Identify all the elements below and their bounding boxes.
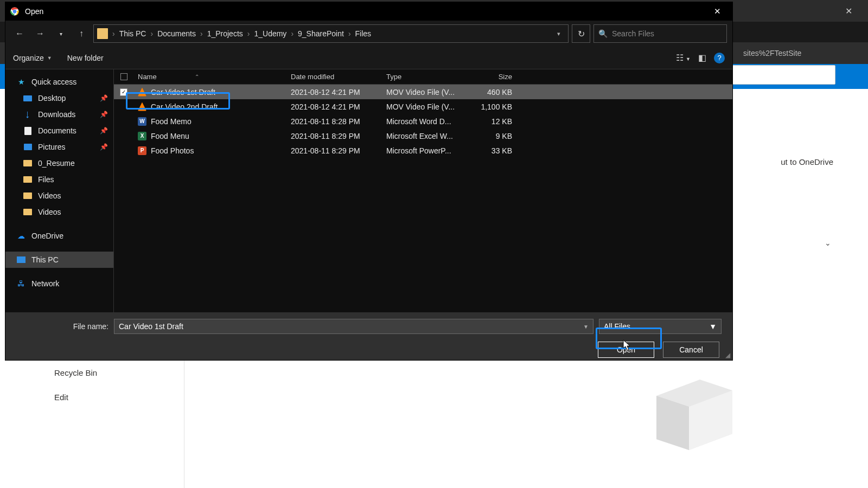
sidebar-item-folder[interactable]: Videos <box>5 188 113 204</box>
breadcrumb-dropdown-icon[interactable]: ▾ <box>553 30 565 37</box>
column-header-name[interactable]: Name⌃ <box>133 73 291 81</box>
file-row[interactable]: WFood Memo 2021-08-11 8:28 PM Microsoft … <box>114 114 732 129</box>
dialog-title: Open <box>25 7 705 16</box>
file-list-header: Name⌃ Date modified Type Size <box>114 69 732 85</box>
file-type: Microsoft Excel W... <box>386 132 467 140</box>
organize-menu[interactable]: Organize▼ <box>13 54 52 62</box>
sidebar-onedrive[interactable]: ☁OneDrive <box>5 228 113 244</box>
preview-pane-button[interactable]: ◧ <box>698 53 706 63</box>
empty-folder-illustration <box>640 369 749 455</box>
chevron-right-icon: › <box>198 29 205 38</box>
folder-icon <box>23 191 33 201</box>
svg-point-4 <box>13 10 17 14</box>
star-icon: ★ <box>16 77 26 87</box>
ppt-icon: P <box>138 146 146 155</box>
network-icon: 🖧 <box>16 279 26 288</box>
nav-up-button[interactable]: ↑ <box>73 25 90 42</box>
sidebar-network[interactable]: 🖧Network <box>5 275 113 292</box>
chevron-right-icon: › <box>289 29 296 38</box>
file-name: Food Photos <box>151 146 194 155</box>
sidebar-item-pictures[interactable]: Pictures📌 <box>5 139 113 155</box>
file-row[interactable]: XFood Menu 2021-08-11 8:29 PM Microsoft … <box>114 129 732 143</box>
sidebar-item-folder[interactable]: 0_Resume <box>5 155 113 171</box>
breadcrumb-segment[interactable]: This PC <box>119 29 146 38</box>
pc-icon <box>16 255 26 265</box>
nav-forward-button[interactable]: → <box>31 25 49 42</box>
file-name: Car Video 1st Draft <box>151 88 215 97</box>
file-date: 2021-08-12 4:21 PM <box>291 88 386 97</box>
chevron-right-icon: › <box>110 29 117 38</box>
column-header-type[interactable]: Type <box>386 73 467 81</box>
file-size: 1,100 KB <box>467 102 519 111</box>
file-type: MOV Video File (V... <box>386 102 467 111</box>
nav-back-button[interactable]: ← <box>11 25 28 42</box>
sharepoint-side-item[interactable]: Edit <box>33 385 184 409</box>
pin-icon: 📌 <box>100 127 108 134</box>
file-date: 2021-08-11 8:28 PM <box>291 117 386 126</box>
column-header-size[interactable]: Size <box>467 73 519 81</box>
column-header-date[interactable]: Date modified <box>291 73 386 81</box>
file-row[interactable]: ✓ Car Video 1st Draft 2021-08-12 4:21 PM… <box>114 85 732 99</box>
refresh-button[interactable]: ↻ <box>572 24 590 43</box>
chevron-down-icon[interactable]: ▼ <box>709 322 717 331</box>
chevron-down-icon[interactable]: ⌄ <box>825 239 831 247</box>
pin-icon: 📌 <box>100 111 108 118</box>
sidebar-quick-access[interactable]: ★Quick access <box>5 74 113 90</box>
chevron-right-icon: › <box>346 29 353 38</box>
breadcrumb-segment[interactable]: 9_SharePoint <box>298 29 344 38</box>
cloud-icon: ☁ <box>16 231 26 241</box>
help-button[interactable]: ? <box>714 53 725 63</box>
sidebar-item-folder[interactable]: Files <box>5 171 113 188</box>
file-open-dialog: Open ✕ ← → ▾ ↑ › This PC› Documents› 1_P… <box>5 2 732 360</box>
file-type: Microsoft Word D... <box>386 117 467 126</box>
open-button[interactable]: Open <box>598 342 654 358</box>
file-type: Microsoft PowerP... <box>386 146 467 155</box>
excel-icon: X <box>138 132 146 140</box>
sharepoint-side-item[interactable]: Recycle Bin <box>33 361 184 385</box>
breadcrumb-bar[interactable]: › This PC› Documents› 1_Projects› 1_Udem… <box>93 24 569 43</box>
file-size: 460 KB <box>467 88 519 97</box>
desktop-icon <box>23 93 33 103</box>
cancel-button[interactable]: Cancel <box>663 342 719 358</box>
header-checkbox[interactable] <box>114 73 133 80</box>
breadcrumb-segment[interactable]: 1_Udemy <box>254 29 286 38</box>
folder-icon <box>23 175 33 184</box>
file-date: 2021-08-11 8:29 PM <box>291 146 386 155</box>
search-placeholder: Search Files <box>612 29 654 38</box>
sidebar-item-desktop[interactable]: Desktop📌 <box>5 90 113 106</box>
breadcrumb-segment[interactable]: Files <box>355 29 372 38</box>
file-date: 2021-08-12 4:21 PM <box>291 102 386 111</box>
sidebar-this-pc[interactable]: This PC <box>5 252 113 268</box>
file-type-filter[interactable]: All Files▼ <box>599 319 722 334</box>
file-row[interactable]: PFood Photos 2021-08-11 8:29 PM Microsof… <box>114 143 732 158</box>
chevron-right-icon: › <box>245 29 252 38</box>
filename-label: File name: <box>16 322 108 331</box>
breadcrumb-segment[interactable]: Documents <box>157 29 196 38</box>
filename-input[interactable]: Car Video 1st Draft▼ <box>114 319 593 334</box>
nav-recent-dropdown[interactable]: ▾ <box>52 25 69 42</box>
chevron-down-icon[interactable]: ▼ <box>583 324 589 330</box>
chevron-down-icon: ▼ <box>47 55 52 61</box>
view-options-button[interactable]: ☷ ▼ <box>676 53 691 63</box>
dialog-titlebar: Open ✕ <box>5 2 732 21</box>
pin-icon: 📌 <box>100 143 108 151</box>
resize-grip[interactable]: ◢ <box>725 351 730 359</box>
word-icon: W <box>138 117 146 126</box>
vlc-icon <box>138 102 146 111</box>
row-checkbox[interactable]: ✓ <box>114 88 133 96</box>
sharepoint-right-text: ut to OneDrive <box>781 157 833 166</box>
new-folder-button[interactable]: New folder <box>67 54 104 62</box>
sidebar-item-downloads[interactable]: ⭣Downloads📌 <box>5 106 113 123</box>
dialog-nav-bar: ← → ▾ ↑ › This PC› Documents› 1_Projects… <box>5 21 732 47</box>
sharepoint-search-box[interactable] <box>722 65 835 85</box>
sidebar-item-documents[interactable]: Documents📌 <box>5 123 113 139</box>
breadcrumb-segment[interactable]: 1_Projects <box>207 29 243 38</box>
file-row[interactable]: Car Video 2nd Draft 2021-08-12 4:21 PM M… <box>114 99 732 114</box>
chevron-right-icon: › <box>148 29 155 38</box>
browser-close-icon[interactable]: ✕ <box>837 3 860 19</box>
dialog-close-button[interactable]: ✕ <box>705 3 729 20</box>
search-input[interactable]: 🔍 Search Files <box>593 24 727 43</box>
navigation-pane: ★Quick access Desktop📌 ⭣Downloads📌 Docum… <box>5 69 114 312</box>
file-type: MOV Video File (V... <box>386 88 467 97</box>
sidebar-item-folder[interactable]: Videos <box>5 204 113 220</box>
